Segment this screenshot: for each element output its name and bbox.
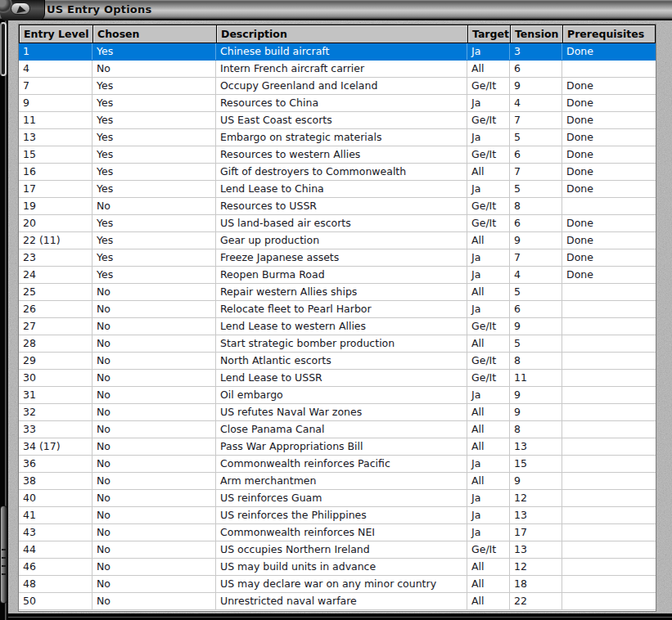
cell-chosen: Yes	[92, 78, 216, 94]
table-row[interactable]: 43 No Commonwealth reinforces NEI Ja 17	[19, 524, 656, 541]
cell-target: Ge/It	[467, 541, 510, 558]
cell-target: Ja	[467, 129, 510, 146]
cell-entry-level: 27	[19, 318, 92, 335]
cell-chosen: No	[92, 198, 216, 214]
cell-entry-level: 40	[19, 490, 92, 506]
handle-ridge	[2, 557, 6, 559]
cell-description: Occupy Greenland and Iceland	[216, 78, 467, 94]
cell-target: Ge/It	[467, 318, 510, 335]
window-frame: Entry Level Chosen Description Target Te…	[8, 20, 672, 614]
cell-description: Resources to western Allies	[216, 146, 467, 163]
table-row[interactable]: 20 Yes US land-based air escorts Ge/It 6…	[19, 215, 656, 232]
cell-tension: 4	[510, 95, 562, 111]
cell-entry-level: 9	[19, 95, 92, 111]
cell-tension: 9	[510, 387, 562, 403]
table-row[interactable]: 30 No Lend Lease to USSR Ge/It 11	[19, 370, 656, 387]
table-row[interactable]: 7 Yes Occupy Greenland and Iceland Ge/It…	[19, 78, 656, 95]
table-row[interactable]: 38 No Arm merchantmen All 9	[19, 473, 656, 490]
column-header-prerequisites[interactable]: Prerequisites	[563, 25, 655, 43]
cell-prerequisites: Done	[562, 43, 656, 60]
cell-target: Ge/It	[467, 215, 510, 231]
cell-prerequisites	[562, 353, 656, 369]
cell-tension: 6	[510, 215, 562, 231]
cell-entry-level: 43	[19, 524, 92, 541]
cell-entry-level: 11	[19, 112, 92, 128]
table-row[interactable]: 15 Yes Resources to western Allies Ge/It…	[19, 146, 656, 164]
cell-tension: 8	[510, 198, 562, 214]
table-row[interactable]: 4 No Intern French aircraft carrier All …	[19, 61, 656, 78]
cell-tension: 6	[510, 61, 562, 77]
scroll-handle[interactable]	[0, 505, 7, 604]
cell-entry-level: 36	[19, 456, 92, 472]
cell-description: US may build units in advance	[216, 559, 467, 575]
cell-chosen: No	[92, 456, 216, 472]
column-header-target[interactable]: Target	[468, 25, 511, 43]
cell-description: North Atlantic escorts	[216, 353, 467, 369]
cell-chosen: Yes	[92, 112, 216, 128]
table-row[interactable]: 32 No US refutes Naval War zones All 9	[19, 404, 656, 421]
table-panel: Entry Level Chosen Description Target Te…	[18, 24, 656, 612]
table-row[interactable]: 29 No North Atlantic escorts Ge/It 8	[19, 353, 656, 370]
column-header-chosen[interactable]: Chosen	[93, 25, 217, 43]
table-row[interactable]: 28 No Start strategic bomber production …	[19, 335, 656, 353]
cell-description: US refutes Naval War zones	[216, 404, 467, 420]
table-row[interactable]: 48 No US may declare war on any minor co…	[19, 576, 656, 593]
table-row[interactable]: 44 No US occupies Northern Ireland Ge/It…	[19, 541, 656, 559]
table-row[interactable]: 17 Yes Lend Lease to China Ja 5 Done	[19, 181, 656, 198]
cell-chosen: No	[92, 438, 216, 455]
column-header-tension[interactable]: Tension	[511, 25, 563, 43]
cell-target: Ja	[467, 524, 510, 541]
table-row[interactable]: 34 (17) No Pass War Appropriations Bill …	[19, 438, 656, 456]
cell-prerequisites	[562, 301, 656, 317]
column-header-entry-level[interactable]: Entry Level	[20, 25, 93, 43]
table-row[interactable]: 41 No US reinforces the Philippines Ja 1…	[19, 507, 656, 524]
table-row[interactable]: 11 Yes US East Coast escorts Ge/It 7 Don…	[19, 112, 656, 129]
cell-description: Pass War Appropriations Bill	[216, 438, 467, 455]
table-row[interactable]: 26 No Relocate fleet to Pearl Harbor Ja …	[19, 301, 656, 318]
cell-prerequisites	[562, 318, 656, 335]
cell-description: Freeze Japanese assets	[216, 249, 467, 266]
column-header-description[interactable]: Description	[217, 25, 468, 43]
cell-description: Oil embargo	[216, 387, 467, 403]
cell-entry-level: 29	[19, 353, 92, 369]
table-row[interactable]: 1 Yes Chinese build aircraft Ja 3 Done	[19, 43, 656, 61]
cell-entry-level: 46	[19, 559, 92, 575]
table-row[interactable]: 40 No US reinforces Guam Ja 12	[19, 490, 656, 507]
titlebar[interactable]: US Entry Options	[0, 0, 672, 20]
cell-tension: 12	[510, 490, 562, 506]
table-row[interactable]: 27 No Lend Lease to western Allies Ge/It…	[19, 318, 656, 335]
table-row[interactable]: 46 No US may build units in advance All …	[19, 559, 656, 576]
cell-target: Ge/It	[467, 370, 510, 386]
cell-target: All	[467, 559, 510, 575]
cell-chosen: Yes	[92, 164, 216, 180]
table-row[interactable]: 33 No Close Panama Canal All 8	[19, 421, 656, 438]
cell-prerequisites	[562, 421, 656, 438]
cell-chosen: No	[92, 541, 216, 558]
cell-entry-level: 15	[19, 146, 92, 163]
table-row[interactable]: 16 Yes Gift of destroyers to Commonwealt…	[19, 164, 656, 181]
table-row[interactable]: 23 Yes Freeze Japanese assets Ja 7 Done	[19, 249, 656, 267]
cell-target: Ja	[467, 301, 510, 317]
table-row[interactable]: 13 Yes Embargo on strategic materials Ja…	[19, 129, 656, 146]
cell-description: Resources to USSR	[216, 198, 467, 214]
table-row[interactable]: 50 No Unrestricted naval warfare All 22	[19, 593, 656, 610]
cell-chosen: No	[92, 404, 216, 420]
table-row[interactable]: 25 No Repair western Allies ships All 5	[19, 284, 656, 301]
handle-ridge	[2, 573, 6, 575]
cell-target: All	[467, 473, 510, 489]
cell-prerequisites	[562, 541, 656, 558]
table-row[interactable]: 31 No Oil embargo Ja 9	[19, 387, 656, 404]
cell-prerequisites: Done	[562, 112, 656, 128]
cell-tension: 9	[510, 318, 562, 335]
table-row[interactable]: 36 No Commonwealth reinforces Pacific Ja…	[19, 456, 656, 473]
table-row[interactable]: 9 Yes Resources to China Ja 4 Done	[19, 95, 656, 112]
table-row[interactable]: 24 Yes Reopen Burma Road Ja 4 Done	[19, 267, 656, 284]
cell-target: All	[467, 404, 510, 420]
cell-entry-level: 30	[19, 370, 92, 386]
cell-description: Close Panama Canal	[216, 421, 467, 438]
cell-description: Reopen Burma Road	[216, 267, 467, 283]
window-shade-button[interactable]	[11, 2, 30, 15]
table-row[interactable]: 19 No Resources to USSR Ge/It 8	[19, 198, 656, 215]
handle-ridge	[2, 549, 6, 550]
table-row[interactable]: 22 (11) Yes Gear up production All 9 Don…	[19, 232, 656, 249]
